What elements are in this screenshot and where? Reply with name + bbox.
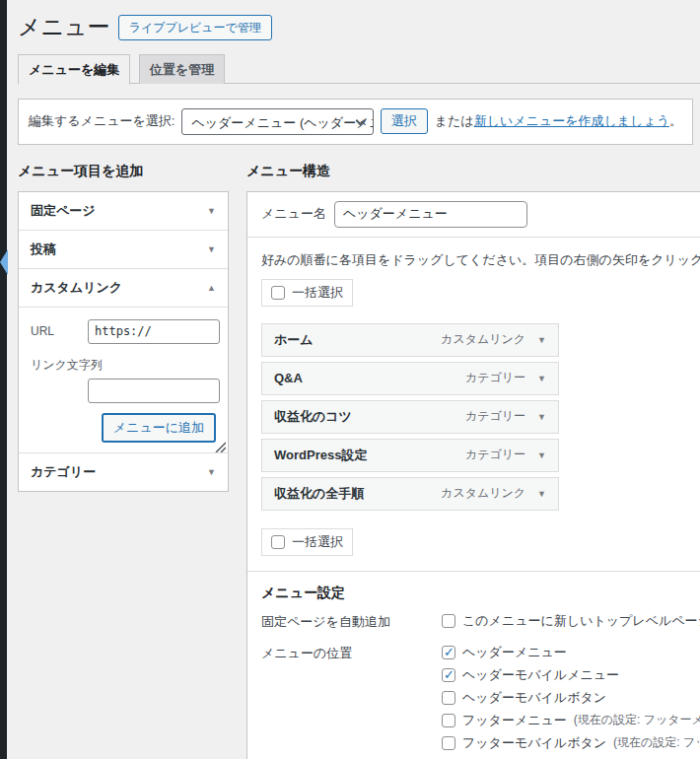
menu-item-monetize-tips[interactable]: 収益化のコツ カテゴリー ▼ xyxy=(261,400,559,434)
location-option-footer-menu[interactable]: フッターメニュー (現在の設定: フッターメニュー) xyxy=(442,712,700,729)
tab-edit-menus[interactable]: メニューを編集 xyxy=(18,54,130,85)
live-preview-button[interactable]: ライブプレビューで管理 xyxy=(118,15,272,40)
location-option-header-menu[interactable]: ヘッダーメニュー xyxy=(442,644,700,661)
tab-bar: メニューを編集 位置を管理 xyxy=(18,53,700,84)
location-option-header-mobile-button[interactable]: ヘッダーモバイルボタン xyxy=(442,689,700,707)
menu-structure-heading: メニュー構造 xyxy=(246,163,700,180)
bulk-select-top[interactable]: 一括選択 xyxy=(261,279,353,307)
link-text-input[interactable] xyxy=(88,379,220,403)
url-input[interactable] xyxy=(88,319,220,344)
menu-item-wordpress-settings[interactable]: WordPress設定 カテゴリー ▼ xyxy=(261,439,559,472)
location-checkbox[interactable] xyxy=(442,691,455,705)
select-button[interactable]: 選択 xyxy=(381,108,428,134)
title-row: メニュー ライブプレビューで管理 xyxy=(18,14,700,41)
url-label: URL xyxy=(31,324,88,338)
chevron-down-icon: ▼ xyxy=(207,206,216,216)
admin-sidebar-collapsed[interactable] xyxy=(0,0,7,759)
custom-link-panel: URL リンク文字列 メニューに追加 xyxy=(19,308,228,453)
resize-handle-icon[interactable] xyxy=(213,440,226,452)
menu-locations-label: メニューの位置 xyxy=(261,644,442,759)
auto-add-checkbox[interactable] xyxy=(442,614,455,628)
link-text-label: リンク文字列 xyxy=(31,357,216,374)
accordion-section-pages[interactable]: 固定ページ ▼ xyxy=(19,192,228,231)
auto-add-option[interactable]: このメニューに新しいトップレベルページを自動的に追加 xyxy=(442,612,700,630)
menu-item-monetize-steps[interactable]: 収益化の全手順 カスタムリンク ▼ xyxy=(261,477,559,511)
bulk-select-checkbox[interactable] xyxy=(271,286,285,300)
bulk-select-bottom[interactable]: 一括選択 xyxy=(261,528,353,556)
chevron-down-icon: ▼ xyxy=(207,467,216,477)
menu-select-value: ヘッダーメニュー (ヘッダーメニュー, ヘッダーモバイルメニュー) xyxy=(191,115,373,130)
chevron-down-icon[interactable]: ▼ xyxy=(537,412,546,422)
page-title: メニュー xyxy=(18,14,110,41)
location-option-header-mobile-menu[interactable]: ヘッダーモバイルメニュー xyxy=(442,666,700,684)
menu-items-list: ホーム カスタムリンク ▼ Q&A カテゴリー ▼ 収益化のコツ カテゴリー xyxy=(261,323,700,511)
chevron-down-icon[interactable]: ▼ xyxy=(537,374,546,383)
menu-locations-row: メニューの位置 ヘッダーメニュー ヘッダーモバイルメニュー xyxy=(261,644,700,759)
current-menu-arrow-icon xyxy=(0,249,8,275)
add-to-menu-button[interactable]: メニューに追加 xyxy=(102,413,216,443)
menu-select-label: 編集するメニューを選択: xyxy=(29,112,175,130)
or-create-text: または新しいメニューを作成しましょう。 xyxy=(435,112,682,130)
add-items-accordion: 固定ページ ▼ 投稿 ▼ カスタムリンク ▲ URL リンク文字列 xyxy=(18,191,229,492)
auto-add-row: 固定ページを自動追加 このメニューに新しいトップレベルページを自動的に追加 xyxy=(261,612,700,635)
menu-edit-panel: メニュー名 好みの順番に各項目をドラッグしてください。項目の右側の矢印をクリック… xyxy=(246,191,700,759)
page-wrap: メニュー ライブプレビューで管理 メニューを編集 位置を管理 編集するメニューを… xyxy=(18,0,700,759)
menu-panel-body: 好みの順番に各項目をドラッグしてください。項目の右側の矢印をクリックすると、追加… xyxy=(247,238,700,759)
menu-item-qa[interactable]: Q&A カテゴリー ▼ xyxy=(261,362,559,395)
bulk-select-checkbox[interactable] xyxy=(271,535,285,549)
menu-locations-list: ヘッダーメニュー ヘッダーモバイルメニュー ヘッダーモバイルボタン xyxy=(442,644,700,759)
add-items-heading: メニュー項目を追加 xyxy=(18,163,229,180)
location-checkbox[interactable] xyxy=(442,668,455,682)
auto-add-label: 固定ページを自動追加 xyxy=(261,612,442,635)
accordion-section-custom-links[interactable]: カスタムリンク ▲ xyxy=(19,269,228,308)
tab-manage-locations[interactable]: 位置を管理 xyxy=(139,54,225,84)
menu-select-bar: 編集するメニューを選択: ヘッダーメニュー (ヘッダーメニュー, ヘッダーモバイ… xyxy=(18,99,693,145)
menu-name-input[interactable] xyxy=(334,201,527,228)
chevron-down-icon: ▼ xyxy=(207,244,216,254)
menu-name-row: メニュー名 xyxy=(247,192,700,238)
menu-structure-column: メニュー構造 メニュー名 好みの順番に各項目をドラッグしてください。項目の右側の… xyxy=(246,161,700,759)
add-menu-items-column: メニュー項目を追加 固定ページ ▼ 投稿 ▼ カスタムリンク ▲ URL xyxy=(18,161,229,492)
menu-item-home[interactable]: ホーム カスタムリンク ▼ xyxy=(261,323,559,357)
menu-settings-heading: メニュー設定 xyxy=(261,585,700,602)
location-checkbox[interactable] xyxy=(442,736,455,750)
menu-name-label: メニュー名 xyxy=(261,205,326,223)
accordion-section-posts[interactable]: 投稿 ▼ xyxy=(19,231,228,269)
divider xyxy=(247,571,700,572)
location-checkbox[interactable] xyxy=(442,714,455,727)
create-menu-link[interactable]: 新しいメニューを作成しましょう xyxy=(474,113,669,128)
chevron-up-icon: ▲ xyxy=(207,283,216,293)
drag-instruction: 好みの順番に各項目をドラッグしてください。項目の右側の矢印をクリックすると、追加… xyxy=(261,251,700,269)
menu-select-dropdown[interactable]: ヘッダーメニュー (ヘッダーメニュー, ヘッダーモバイルメニュー) xyxy=(181,108,373,135)
chevron-down-icon[interactable]: ▼ xyxy=(537,489,546,499)
accordion-section-categories[interactable]: カテゴリー ▼ xyxy=(19,453,228,491)
chevron-down-icon[interactable]: ▼ xyxy=(537,450,546,460)
location-option-footer-mobile-button[interactable]: フッターモバイルボタン (現在の設定: フッターメニュー) xyxy=(442,734,700,752)
chevron-down-icon[interactable]: ▼ xyxy=(537,335,546,345)
location-checkbox[interactable] xyxy=(442,646,455,659)
